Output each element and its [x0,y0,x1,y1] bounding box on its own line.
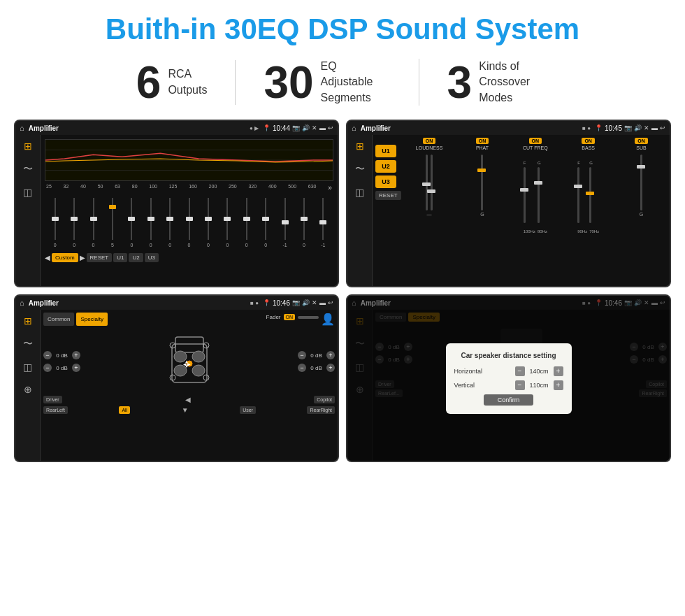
home-icon: ⌂ [20,124,24,132]
location-icon2: 📍 [595,124,603,131]
db-plus-2[interactable]: + [72,364,80,372]
eq-sidebar-icon3[interactable]: ◫ [23,187,32,198]
speaker-sidebar-icon2[interactable]: 〜 [23,338,33,350]
eq-sidebar-icon2[interactable]: 〜 [23,163,33,176]
eq-main-area: 25 32 40 50 63 80 100 125 160 200 250 32… [41,135,338,286]
u3-button[interactable]: U3 [375,176,396,188]
loudness-control: ON LOUDNESS — [404,138,455,283]
u1-button[interactable]: U1 [375,145,396,157]
horizontal-plus-btn[interactable]: + [554,366,563,376]
rearright-btn[interactable]: RearRight [307,406,335,414]
eq-reset-btn[interactable]: RESET [87,253,113,262]
crossover-sidebar-icon1[interactable]: ⊞ [356,141,364,152]
vertical-minus-btn[interactable]: − [515,380,525,390]
eq-slider-8[interactable]: 0 [180,194,198,250]
fader-control: Fader ON [266,313,319,322]
eq-slider-2[interactable]: 0 [65,194,82,250]
crossover-sidebar-icon2[interactable]: 〜 [355,163,365,176]
fader-slider[interactable] [298,316,319,319]
eq-slider-10[interactable]: 0 [219,194,236,250]
specialty-tab[interactable]: Specialty [76,313,107,326]
eq-sidebar-icon1[interactable]: ⊞ [24,141,32,152]
eq-u1-btn[interactable]: U1 [113,253,127,262]
eq-label: EQ AdjustableSegments [321,59,391,106]
cutfreq-label: CUT FREQ [523,145,548,150]
phat-label: PHAT [476,145,489,150]
crossover-sidebar-icon3[interactable]: ◫ [355,187,364,198]
x-icon2: ✕ [644,124,649,131]
copilot-btn[interactable]: Copilot [314,396,335,403]
db-minus-2[interactable]: − [43,364,52,372]
common-tab[interactable]: Common [43,313,74,326]
u2-button[interactable]: U2 [375,160,396,173]
eq-slider-12[interactable]: 0 [257,194,274,250]
loudness-slider2[interactable] [431,155,433,210]
user-btn[interactable]: User [240,406,256,414]
eq-slider-3[interactable]: 0 [85,194,102,250]
phat-slider[interactable] [481,155,483,210]
eq-slider-11[interactable]: 0 [238,194,255,250]
speaker-sidebar-icon4[interactable]: ⊕ [24,384,32,395]
volume-icon2: 🔊 [634,124,642,131]
loudness-label: LOUDNESS [416,145,443,150]
bass-slider1[interactable] [577,167,579,223]
eq-screen: ⌂ Amplifier ● ▶ 📍 10:44 📷 🔊 ✕ ▬ ↩ ⊞ 〜 ◫ [14,120,339,287]
stats-row: 6 RCAOutputs 30 EQ AdjustableSegments 3 … [0,53,685,117]
rearleft-btn[interactable]: RearLeft [43,406,68,414]
stat-rca: 6 RCAOutputs [108,60,236,105]
next-icon[interactable]: ▶ [80,254,85,262]
eq-label-2: 32 [64,184,69,192]
eq-slider-15[interactable]: -1 [315,194,332,250]
horizontal-row: Horizontal − 140cm + [454,366,563,376]
eq-slider-14[interactable]: 0 [295,194,312,250]
eq-bottom-bar: ◀ Custom ▶ RESET U1 U2 U3 [45,253,333,262]
eq-slider-6[interactable]: 0 [142,194,159,250]
home-icon3: ⌂ [20,299,24,307]
db-plus-3[interactable]: + [326,351,335,359]
db-control-2: − 0 dB + [43,364,80,372]
crossover-app-name: Amplifier [361,124,578,132]
eq-slider-1[interactable]: 0 [46,194,64,250]
eq-u3-btn[interactable]: U3 [145,253,159,262]
bass-slider2[interactable] [589,167,591,223]
crossover-time: 10:45 [605,124,622,132]
vertical-value: 110cm [527,382,551,389]
db-plus-4[interactable]: + [326,364,335,372]
db-minus-4[interactable]: − [298,364,306,372]
db-plus-1[interactable]: + [72,351,80,359]
crossover-label: Kinds ofCrossover Modes [479,59,549,106]
crossover-reset-btn[interactable]: RESET [375,191,401,200]
prev-icon[interactable]: ◀ [45,254,50,262]
all-btn[interactable]: All [119,406,130,414]
eq-slider-7[interactable]: 0 [161,194,178,250]
cutfreq-control: ON CUT FREQ F 100Hz G 80Hz [510,138,561,283]
speaker-layout: − 0 dB + − 0 dB + [43,330,335,393]
cutfreq-slider2[interactable] [538,167,540,223]
dialog-overlay: Car speaker distance setting Horizontal … [347,296,670,461]
eq-dot1: ● ▶ [250,125,259,131]
stat-eq: 30 EQ AdjustableSegments [236,59,419,106]
db-minus-3[interactable]: − [298,351,306,359]
left-speaker-controls: − 0 dB + − 0 dB + [43,351,80,372]
eq-slider-13[interactable]: -1 [276,194,294,250]
horizontal-minus-btn[interactable]: − [515,366,525,376]
speaker-sidebar-icon1[interactable]: ⊞ [24,315,32,327]
confirm-button[interactable]: Confirm [484,394,534,406]
eq-slider-4[interactable]: 5 [103,194,121,250]
eq-slider-5[interactable]: 0 [123,194,140,250]
eq-u2-btn[interactable]: U2 [129,253,143,262]
loudness-on-badge: ON [423,138,436,144]
eq-band-labels: 25 32 40 50 63 80 100 125 160 200 250 32… [45,184,333,192]
cutfreq-slider1[interactable] [524,167,526,223]
svg-text:▶: ▶ [187,362,190,366]
db-minus-1[interactable]: − [43,351,52,359]
driver-btn[interactable]: Driver [43,396,62,403]
vertical-plus-btn[interactable]: + [554,380,563,390]
sub-slider[interactable] [640,155,642,210]
loudness-slider1[interactable] [426,155,428,210]
speaker-sidebar-icon3[interactable]: ◫ [23,361,32,373]
distance-dialog: Car speaker distance setting Horizontal … [446,343,572,414]
eq-custom-btn[interactable]: Custom [52,253,78,262]
eq-slider-9[interactable]: 0 [199,194,217,250]
eq-sliders-area: 0 0 0 5 0 0 0 0 0 0 0 0 -1 0 -1 [45,194,333,250]
